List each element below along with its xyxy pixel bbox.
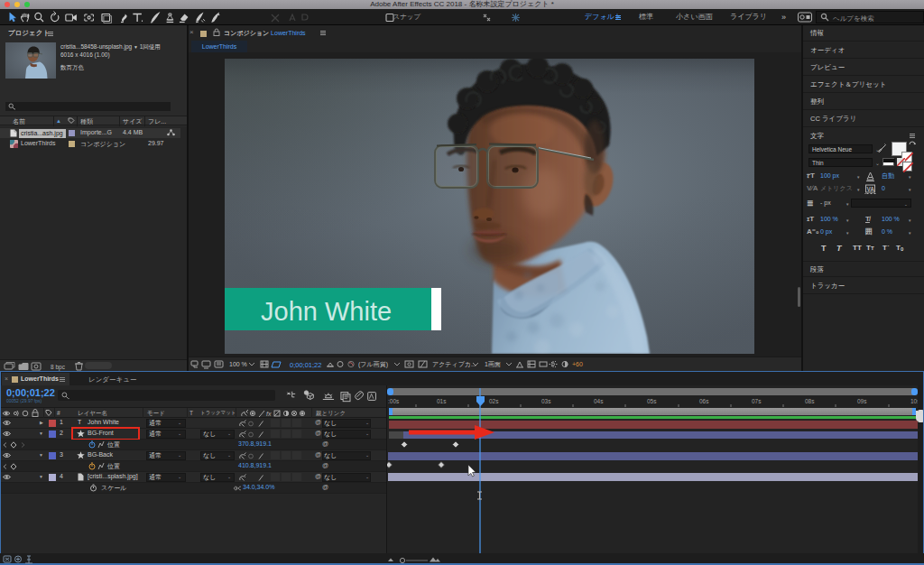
svg-text:(フル画質): (フル画質) bbox=[358, 361, 388, 368]
svg-text:fx: fx bbox=[266, 411, 272, 417]
svg-text:8 bpc: 8 bpc bbox=[51, 364, 66, 371]
svg-text:John White: John White bbox=[261, 297, 392, 326]
svg-text:アクティブカ...: アクティブカ... bbox=[432, 361, 476, 368]
svg-text:100 %: 100 % bbox=[229, 361, 247, 367]
svg-text:1画面: 1画面 bbox=[485, 361, 501, 368]
svg-text:+60: +60 bbox=[572, 361, 583, 367]
svg-text:VA: VA bbox=[867, 186, 875, 192]
